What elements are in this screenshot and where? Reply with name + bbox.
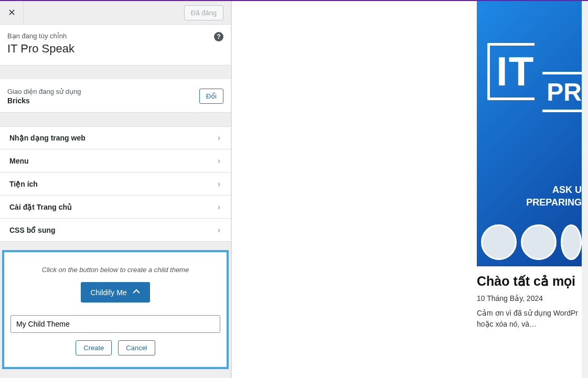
post-excerpt: Cảm ơn vì đã sử dụng WordPr hoặc xóa nó,… <box>477 308 582 330</box>
hero-text-it: IT <box>487 43 534 100</box>
customizer-menu: Nhận dạng trang web › Menu › Tiện ích › … <box>0 126 231 242</box>
hero-subtitle: ASK U PREPARING <box>526 184 582 209</box>
chevron-up-icon <box>132 287 141 297</box>
customizer-header: Bạn đang tùy chỉnh IT Pro Speak ? <box>0 25 231 66</box>
chevron-right-icon: › <box>218 179 220 189</box>
menu-item-site-identity[interactable]: Nhận dạng trang web › <box>0 126 231 149</box>
customizer-topbar: ✕ Đã đăng <box>0 1 231 25</box>
menu-item-label: CSS bổ sung <box>9 226 56 234</box>
customizer-sidebar: ✕ Đã đăng Bạn đang tùy chỉnh IT Pro Spea… <box>0 1 231 378</box>
childify-me-button[interactable]: Childify Me <box>81 282 149 303</box>
create-button[interactable]: Create <box>76 340 112 355</box>
chevron-right-icon: › <box>218 202 220 212</box>
menu-item-label: Menu <box>9 157 29 165</box>
avatar <box>521 224 557 260</box>
active-theme-row: Giao diện đang sử dụng Bricks Đổi <box>0 79 231 113</box>
publish-button[interactable]: Đã đăng <box>184 5 223 20</box>
theme-label: Giao diện đang sử dụng <box>7 88 81 95</box>
avatar <box>561 224 582 260</box>
preview-pane: IT PR ASK U PREPARING Chào tất cả mọi 10… <box>231 1 588 378</box>
hero-avatars <box>481 224 582 260</box>
hero-banner: IT PR ASK U PREPARING <box>477 1 582 266</box>
avatar <box>481 224 517 260</box>
menu-item-label: Nhận dạng trang web <box>9 134 85 142</box>
post-title[interactable]: Chào tất cả mọi <box>477 274 582 289</box>
chevron-right-icon: › <box>218 133 220 143</box>
childify-panel: Click on the button below to create a ch… <box>2 250 229 369</box>
menu-item-additional-css[interactable]: CSS bổ sung › <box>0 219 231 242</box>
chevron-right-icon: › <box>218 156 220 166</box>
help-icon[interactable]: ? <box>214 32 223 41</box>
cancel-button[interactable]: Cancel <box>118 340 155 355</box>
preview-scrollbar[interactable] <box>582 1 588 378</box>
menu-item-label: Cài đặt Trang chủ <box>9 203 72 211</box>
menu-item-label: Tiện ích <box>9 180 38 188</box>
preview-post: Chào tất cả mọi 10 Tháng Bảy, 2024 Cảm ơ… <box>477 274 582 330</box>
close-icon[interactable]: ✕ <box>0 1 24 25</box>
hero-text-pr: PR <box>542 72 582 112</box>
menu-item-homepage-settings[interactable]: Cài đặt Trang chủ › <box>0 196 231 219</box>
child-theme-name-input[interactable] <box>10 315 220 333</box>
post-date: 10 Tháng Bảy, 2024 <box>477 294 582 303</box>
menu-item-menus[interactable]: Menu › <box>0 149 231 172</box>
theme-name: Bricks <box>7 96 81 105</box>
site-title: IT Pro Speak <box>7 42 220 56</box>
childify-button-label: Childify Me <box>90 288 126 297</box>
change-theme-button[interactable]: Đổi <box>199 89 223 104</box>
chevron-right-icon: › <box>218 225 220 235</box>
childify-instruction: Click on the button below to create a ch… <box>10 266 220 274</box>
customizing-label: Bạn đang tùy chỉnh <box>7 32 220 40</box>
menu-item-widgets[interactable]: Tiện ích › <box>0 172 231 196</box>
